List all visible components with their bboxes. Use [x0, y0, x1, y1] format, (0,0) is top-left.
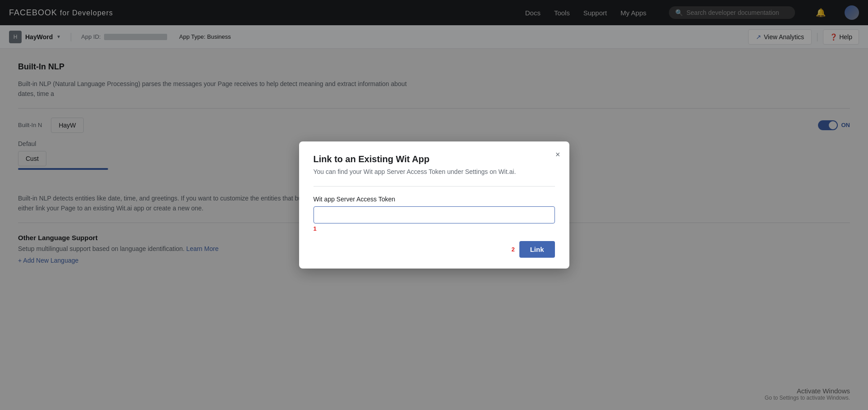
modal-title: Link to an Existing Wit App: [314, 154, 555, 164]
modal-overlay: Link to an Existing Wit App You can find…: [0, 0, 868, 410]
modal-divider: [314, 186, 555, 187]
wit-token-input[interactable]: [314, 206, 555, 223]
modal-close-button[interactable]: ×: [554, 149, 562, 160]
modal-subtitle: You can find your Wit app Server Access …: [314, 168, 555, 175]
link-button[interactable]: Link: [519, 241, 555, 258]
modal-footer: 2 Link: [314, 241, 555, 258]
step-1-indicator: 1: [314, 225, 555, 232]
step-2-indicator: 2: [511, 246, 514, 253]
modal-dialog: Link to an Existing Wit App You can find…: [299, 141, 569, 269]
modal-field-label: Wit app Server Access Token: [314, 196, 555, 203]
